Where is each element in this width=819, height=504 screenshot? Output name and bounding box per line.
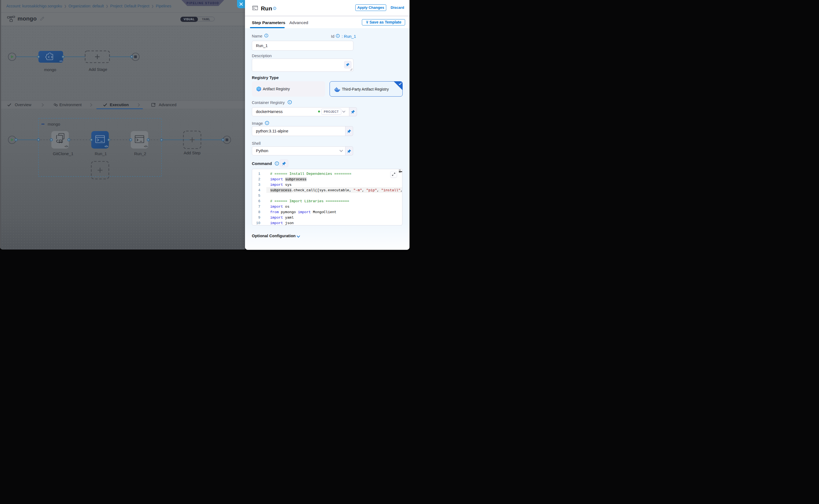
svg-text:mongo: mongo bbox=[48, 122, 60, 126]
svg-text:</>: </> bbox=[59, 60, 63, 62]
svg-text:</>: </> bbox=[105, 145, 108, 148]
svg-text:Add Step: Add Step bbox=[184, 150, 201, 155]
svg-text:mongo: mongo bbox=[44, 68, 56, 72]
svg-text:</>: </> bbox=[144, 145, 147, 148]
svg-text:Add Stage: Add Stage bbox=[89, 67, 107, 72]
svg-text:</>: </> bbox=[65, 145, 68, 148]
svg-text:Run_2: Run_2 bbox=[134, 151, 146, 156]
svg-text:Run_1: Run_1 bbox=[95, 151, 107, 156]
svg-text:GitClone_1: GitClone_1 bbox=[53, 151, 73, 156]
